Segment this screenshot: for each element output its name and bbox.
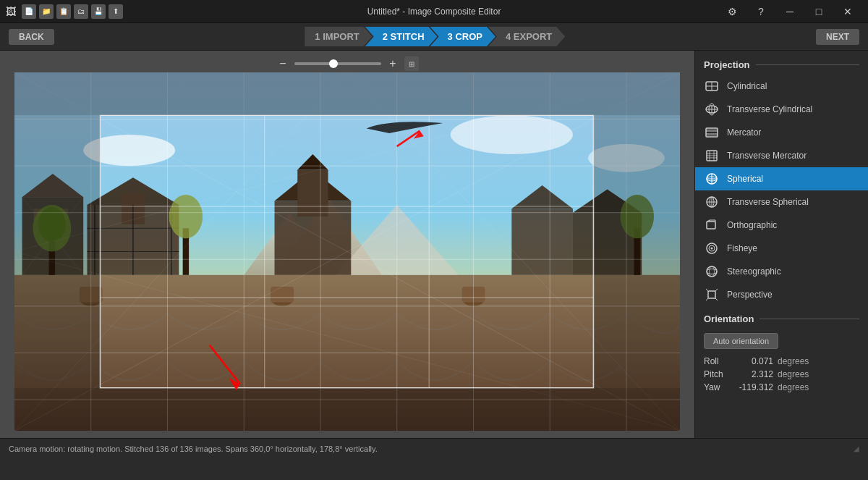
stereographic-label: Stereographic [727,266,781,277]
step-stitch-label: 2 STITCH [365,27,438,46]
orientation-section: Auto orientation Roll 0.071 degrees Pitc… [695,329,868,398]
copy-icon[interactable]: 📋 [56,4,71,19]
svg-rect-40 [271,287,294,303]
svg-rect-26 [511,209,573,274]
step-export-label: 4 EXPORT [488,27,565,46]
transverse-cyl-label: Transverse Cylindrical [727,104,812,114]
status-bar: Camera motion: rotating motion. Stitched… [0,438,868,458]
transverse-spherical-icon [704,194,720,210]
window-title: Untitled* - Image Composite Editor [367,7,501,17]
transverse-cyl-icon [704,101,720,117]
proj-perspective[interactable]: Perspective [695,283,868,306]
yaw-unit: degrees [778,382,809,392]
right-panel: Projection Cylindrical [694,51,868,438]
roll-label: Roll [704,356,729,366]
step-import[interactable]: 1 IMPORT [305,27,372,46]
back-button[interactable]: BACK [9,29,54,45]
svg-point-113 [710,266,715,277]
svg-line-118 [715,298,718,300]
mercator-label: Mercator [727,127,761,138]
toolbar: 📄 📁 📋 🗂 💾 ⬆ [22,4,123,19]
step-export[interactable]: 4 EXPORT [488,27,565,46]
panorama-canvas[interactable] [14,72,680,431]
svg-line-116 [715,289,718,291]
proj-mercator[interactable]: Mercator [695,121,868,144]
proj-spherical[interactable]: Spherical [695,167,868,190]
fisheye-icon [704,240,720,256]
panorama-background [14,72,680,431]
proj-fisheye[interactable]: Fisheye [695,237,868,260]
roll-row: Roll 0.071 degrees [704,355,859,368]
projection-title: Projection [704,59,750,70]
minimize-button[interactable]: ─ [775,0,804,23]
zoom-slider[interactable] [294,62,381,65]
status-text: Camera motion: rotating motion. Stitched… [9,445,378,453]
zoom-bar: − + ⊞ [276,56,419,71]
cylindrical-icon [704,78,720,94]
roll-value: 0.071 [733,356,773,366]
settings-button[interactable]: ⚙ [718,0,746,23]
auto-orientation-button[interactable]: Auto orientation [704,333,778,349]
svg-rect-71 [14,115,100,388]
section-divider [756,64,859,65]
svg-point-111 [707,266,717,277]
proj-transverse-spherical[interactable]: Transverse Spherical [695,190,868,214]
save-icon[interactable]: 💾 [91,4,106,19]
proj-stereographic[interactable]: Stereographic [695,260,868,283]
app-icon: 🖼 [6,6,16,17]
orthographic-icon [704,217,720,233]
svg-rect-70 [14,388,680,431]
new-icon[interactable]: 📄 [22,4,36,19]
pitch-value: 2.312 [733,369,773,379]
orientation-header: Orientation [695,311,868,329]
proj-transverse-mercator[interactable]: Transverse Mercator [695,144,868,167]
folder2-icon[interactable]: 🗂 [74,4,88,19]
step-import-label: 1 IMPORT [305,27,372,46]
maximize-button[interactable]: □ [804,0,833,23]
pitch-label: Pitch [704,369,729,379]
svg-rect-103 [707,222,715,229]
svg-point-110 [711,248,713,250]
navigation-bar: BACK 1 IMPORT 2 STITCH 3 CROP 4 EXPORT N… [0,23,868,51]
yaw-label: Yaw [704,382,729,392]
close-button[interactable]: ✕ [833,0,862,23]
svg-point-34 [169,195,203,238]
resize-handle[interactable]: ◢ [854,445,859,452]
zoom-thumb[interactable] [329,59,338,68]
orientation-divider [760,319,859,319]
svg-rect-69 [14,72,680,115]
proj-cylindrical[interactable]: Cylindrical [695,75,868,98]
transverse-mercator-label: Transverse Mercator [727,151,807,161]
yaw-value: -119.312 [733,382,773,392]
svg-line-115 [706,289,708,291]
panorama-svg [14,72,680,431]
orthographic-label: Orthographic [727,220,777,230]
mercator-icon [704,125,720,140]
proj-orthographic[interactable]: Orthographic [695,214,868,237]
window-controls: ⚙ ? ─ □ ✕ [718,0,862,23]
fit-view-icon[interactable]: ⊞ [404,56,419,71]
help-button[interactable]: ? [746,0,775,23]
zoom-in-button[interactable]: + [386,56,400,71]
step-stitch[interactable]: 2 STITCH [365,27,438,46]
yaw-row: Yaw -119.312 degrees [704,381,859,394]
title-bar: 🖼 📄 📁 📋 🗂 💾 ⬆ Untitled* - Image Composit… [0,0,868,23]
svg-point-112 [707,269,717,274]
transverse-mercator-icon [704,148,720,164]
stereographic-icon [704,264,720,279]
orientation-title: Orientation [704,313,754,324]
canvas-area[interactable]: − + ⊞ [0,51,694,438]
cylindrical-label: Cylindrical [727,81,767,91]
spherical-icon [704,171,720,187]
roll-unit: degrees [778,356,809,366]
open-icon[interactable]: 📁 [39,4,54,19]
transverse-spherical-label: Transverse Spherical [727,197,809,207]
svg-rect-72 [594,115,680,388]
zoom-out-button[interactable]: − [276,56,290,71]
next-button[interactable]: NEXT [816,29,859,45]
svg-rect-114 [708,291,715,298]
step-crop[interactable]: 3 CROP [430,27,495,46]
proj-transverse-cyl[interactable]: Transverse Cylindrical [695,98,868,121]
export-icon[interactable]: ⬆ [109,4,123,19]
projection-header: Projection [695,56,868,75]
